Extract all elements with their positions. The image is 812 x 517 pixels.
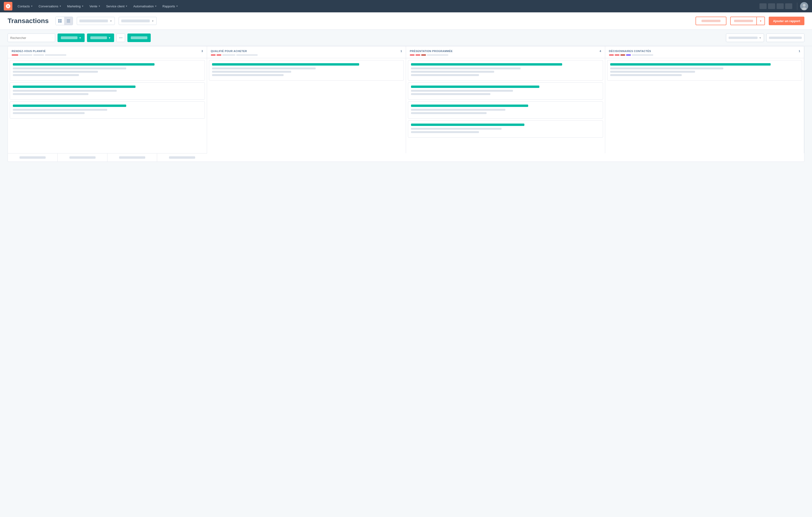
import-arrow-icon[interactable]: ▼	[757, 17, 764, 25]
rapports-chevron-icon: ▼	[176, 5, 178, 7]
nav-contacts[interactable]: Contacts ▼	[15, 3, 35, 9]
page-header: Transactions ▼ ▼ ▼ Ajouter un rapport	[0, 12, 812, 30]
view-list-button[interactable]	[64, 17, 73, 25]
col-body-presentation	[406, 58, 605, 153]
nav-tool-2[interactable]	[768, 3, 775, 9]
svg-rect-7	[67, 20, 70, 20]
nav-service-client[interactable]: Service client ▼	[104, 3, 130, 9]
view-toggle	[55, 17, 73, 25]
filter-tag-button[interactable]	[127, 33, 151, 42]
nav-marketing[interactable]: Marketing ▼	[65, 3, 86, 9]
search-input[interactable]	[10, 36, 50, 40]
col-title-rendez-vous: RENDEZ-VOUS PLANIFIÉ	[12, 50, 46, 53]
user-avatar[interactable]	[800, 2, 808, 10]
svg-point-12	[119, 37, 120, 38]
dot-presentation-3	[427, 54, 448, 56]
search-box[interactable]	[8, 33, 55, 42]
kanban-col-decisionnaires: DÉCISIONNAIRES CONTACTÉS1	[605, 46, 804, 153]
kanban-board: RENDEZ-VOUS PLANIFIÉ3QUALIFIÉ POUR ACHET…	[8, 46, 804, 162]
svg-point-14	[121, 37, 122, 38]
import-button[interactable]: ▼	[730, 17, 765, 25]
nav-conversations[interactable]: Conversations ▼	[36, 3, 64, 9]
import-placeholder	[734, 20, 753, 22]
actions-placeholder	[701, 20, 721, 22]
group-placeholder	[769, 37, 802, 39]
col-header-presentation: PRÉSENTATION PROGRAMMÉE4	[406, 46, 605, 58]
pipeline-dropdown[interactable]: ▼	[77, 17, 115, 25]
dot-presentation-1	[415, 54, 420, 56]
deal-card-decisionnaires-0[interactable]	[607, 60, 802, 81]
pipeline-arrow-icon: ▼	[110, 20, 112, 22]
filter-more-button[interactable]	[116, 33, 125, 42]
dot-presentation-2	[421, 54, 426, 56]
deal-line-presentation-0-2	[411, 74, 479, 76]
deal-line-presentation-3-0	[411, 128, 501, 130]
deal-name-rendez-vous-1	[13, 86, 136, 88]
nav-tool-4[interactable]	[785, 3, 792, 9]
deal-name-presentation-1	[411, 86, 539, 88]
dot-qualifie-3	[236, 54, 258, 56]
kanban-wrapper: RENDEZ-VOUS PLANIFIÉ3QUALIFIÉ POUR ACHET…	[0, 46, 812, 170]
deal-card-qualifie-0[interactable]	[209, 60, 404, 81]
filter-placeholder	[121, 20, 150, 22]
filter-status-button[interactable]: ▼	[87, 33, 114, 42]
dot-decisionnaires-3	[626, 54, 631, 56]
sort-dropdown[interactable]: ▼	[726, 33, 764, 42]
deal-card-presentation-2[interactable]	[408, 101, 603, 119]
deal-line-decisionnaires-0-2	[610, 74, 682, 76]
deal-line-decisionnaires-0-0	[610, 67, 724, 69]
deal-card-presentation-3[interactable]	[408, 120, 603, 138]
search-icon	[52, 36, 53, 40]
col-count-rendez-vous: 3	[201, 50, 203, 53]
svg-rect-4	[60, 19, 62, 21]
svg-rect-5	[58, 21, 60, 23]
hubspot-logo[interactable]	[4, 2, 12, 10]
tag-placeholder	[131, 36, 147, 39]
deal-name-decisionnaires-0	[610, 63, 771, 66]
deal-line-rendez-vous-0-1	[13, 71, 98, 73]
service-chevron-icon: ▼	[125, 5, 128, 7]
add-report-button[interactable]: Ajouter un rapport	[769, 17, 804, 25]
footer-placeholder-qualifie	[69, 156, 95, 159]
filter-more-icon	[119, 36, 122, 39]
nav-tool-3[interactable]	[777, 3, 784, 9]
dot-rendez-vous-1	[19, 54, 32, 56]
svg-rect-3	[58, 19, 60, 21]
deal-name-presentation-0	[411, 63, 562, 66]
group-dropdown[interactable]	[766, 33, 804, 42]
deal-line-rendez-vous-1-1	[13, 93, 88, 95]
col-title-decisionnaires: DÉCISIONNAIRES CONTACTÉS	[609, 50, 651, 53]
view-grid-button[interactable]	[56, 17, 64, 25]
deal-name-rendez-vous-2	[13, 104, 126, 107]
dot-qualifie-1	[216, 54, 221, 56]
nav-vente[interactable]: Vente ▼	[87, 3, 103, 9]
col-title-presentation: PRÉSENTATION PROGRAMMÉE	[410, 50, 453, 53]
footer-cell-qualifie	[58, 153, 107, 161]
deal-name-rendez-vous-0	[13, 63, 154, 66]
top-navigation: Contacts ▼ Conversations ▼ Marketing ▼ V…	[0, 0, 812, 12]
assignee-placeholder	[61, 36, 78, 39]
deal-card-presentation-1[interactable]	[408, 83, 603, 99]
nav-automatisation[interactable]: Automatisation ▼	[131, 3, 159, 9]
deal-card-presentation-0[interactable]	[408, 60, 603, 81]
deal-card-rendez-vous-0[interactable]	[10, 60, 205, 81]
filter-assignee-button[interactable]: ▼	[58, 33, 85, 42]
deal-card-rendez-vous-2[interactable]	[10, 101, 205, 119]
deal-card-rendez-vous-1[interactable]	[10, 83, 205, 99]
col-dots-decisionnaires	[609, 54, 800, 56]
status-placeholder	[90, 36, 107, 39]
nav-tool-1[interactable]	[759, 3, 766, 9]
col-header-qualifie: QUALIFIÉ POUR ACHETER1	[207, 46, 406, 58]
dot-rendez-vous-2	[33, 54, 44, 56]
filter-dropdown[interactable]: ▼	[119, 17, 157, 25]
deal-line-qualifie-0-0	[212, 67, 316, 69]
deal-line-rendez-vous-1-0	[13, 90, 117, 92]
actions-button[interactable]	[696, 17, 726, 25]
deal-line-qualifie-0-2	[212, 74, 284, 76]
dot-decisionnaires-2	[620, 54, 625, 56]
nav-rapports[interactable]: Rapports ▼	[160, 3, 181, 9]
col-dots-presentation	[410, 54, 601, 56]
marketing-chevron-icon: ▼	[82, 5, 84, 7]
hubspot-logo-icon	[5, 4, 11, 9]
import-main[interactable]	[731, 17, 757, 25]
